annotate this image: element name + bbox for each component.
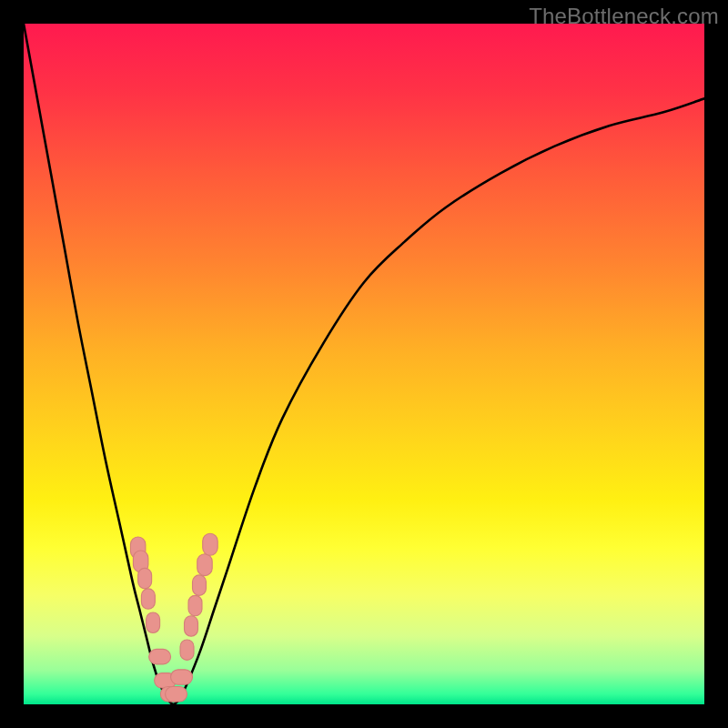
- plot-area: [24, 24, 704, 704]
- marker-point: [197, 554, 212, 576]
- highlighted-points: [130, 533, 217, 702]
- marker-point: [147, 612, 160, 632]
- marker-point: [180, 640, 194, 660]
- marker-point: [138, 568, 152, 588]
- marker-point: [166, 687, 187, 702]
- marker-point: [149, 649, 171, 663]
- bottleneck-curve: [24, 24, 704, 704]
- marker-point: [203, 533, 217, 555]
- marker-point: [188, 595, 202, 615]
- marker-point: [193, 575, 207, 595]
- chart-frame: TheBottleneck.com: [0, 0, 728, 728]
- watermark-text: TheBottleneck.com: [529, 4, 719, 29]
- curve-layer: [24, 24, 704, 704]
- marker-point: [171, 670, 193, 684]
- marker-point: [185, 616, 198, 636]
- marker-point: [141, 589, 155, 609]
